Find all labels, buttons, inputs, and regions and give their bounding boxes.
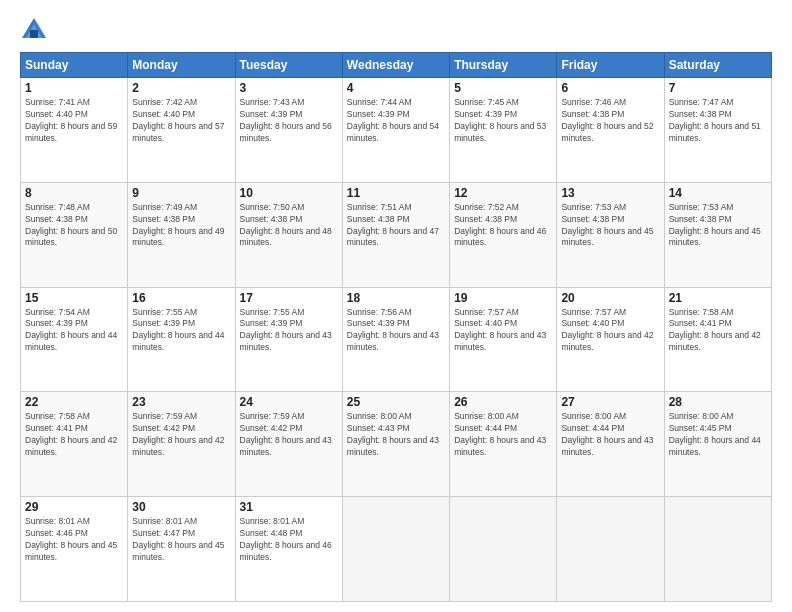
- day-info: Sunrise: 7:54 AMSunset: 4:39 PMDaylight:…: [25, 307, 123, 355]
- calendar-week-5: 29 Sunrise: 8:01 AMSunset: 4:46 PMDaylig…: [21, 497, 772, 602]
- day-number: 12: [454, 186, 552, 200]
- day-info: Sunrise: 8:00 AMSunset: 4:44 PMDaylight:…: [454, 411, 552, 459]
- day-number: 9: [132, 186, 230, 200]
- day-number: 20: [561, 291, 659, 305]
- calendar-cell: 25 Sunrise: 8:00 AMSunset: 4:43 PMDaylig…: [342, 392, 449, 497]
- calendar-cell: 16 Sunrise: 7:55 AMSunset: 4:39 PMDaylig…: [128, 287, 235, 392]
- day-info: Sunrise: 7:42 AMSunset: 4:40 PMDaylight:…: [132, 97, 230, 145]
- page: SundayMondayTuesdayWednesdayThursdayFrid…: [0, 0, 792, 612]
- calendar-cell: [557, 497, 664, 602]
- calendar-week-3: 15 Sunrise: 7:54 AMSunset: 4:39 PMDaylig…: [21, 287, 772, 392]
- day-number: 10: [240, 186, 338, 200]
- day-number: 7: [669, 81, 767, 95]
- weekday-header-sunday: Sunday: [21, 53, 128, 78]
- day-number: 3: [240, 81, 338, 95]
- day-number: 6: [561, 81, 659, 95]
- day-info: Sunrise: 8:00 AMSunset: 4:43 PMDaylight:…: [347, 411, 445, 459]
- day-info: Sunrise: 7:55 AMSunset: 4:39 PMDaylight:…: [240, 307, 338, 355]
- day-number: 2: [132, 81, 230, 95]
- day-info: Sunrise: 8:00 AMSunset: 4:44 PMDaylight:…: [561, 411, 659, 459]
- day-info: Sunrise: 7:49 AMSunset: 4:38 PMDaylight:…: [132, 202, 230, 250]
- calendar-cell: [450, 497, 557, 602]
- day-number: 24: [240, 395, 338, 409]
- day-info: Sunrise: 7:59 AMSunset: 4:42 PMDaylight:…: [132, 411, 230, 459]
- calendar-cell: 24 Sunrise: 7:59 AMSunset: 4:42 PMDaylig…: [235, 392, 342, 497]
- day-number: 21: [669, 291, 767, 305]
- day-info: Sunrise: 7:57 AMSunset: 4:40 PMDaylight:…: [454, 307, 552, 355]
- calendar-cell: 18 Sunrise: 7:56 AMSunset: 4:39 PMDaylig…: [342, 287, 449, 392]
- calendar-cell: 2 Sunrise: 7:42 AMSunset: 4:40 PMDayligh…: [128, 78, 235, 183]
- day-info: Sunrise: 7:50 AMSunset: 4:38 PMDaylight:…: [240, 202, 338, 250]
- day-info: Sunrise: 7:55 AMSunset: 4:39 PMDaylight:…: [132, 307, 230, 355]
- day-number: 11: [347, 186, 445, 200]
- calendar-week-1: 1 Sunrise: 7:41 AMSunset: 4:40 PMDayligh…: [21, 78, 772, 183]
- calendar-cell: 10 Sunrise: 7:50 AMSunset: 4:38 PMDaylig…: [235, 182, 342, 287]
- day-info: Sunrise: 7:53 AMSunset: 4:38 PMDaylight:…: [669, 202, 767, 250]
- calendar-week-4: 22 Sunrise: 7:58 AMSunset: 4:41 PMDaylig…: [21, 392, 772, 497]
- day-number: 1: [25, 81, 123, 95]
- day-info: Sunrise: 7:53 AMSunset: 4:38 PMDaylight:…: [561, 202, 659, 250]
- day-info: Sunrise: 7:41 AMSunset: 4:40 PMDaylight:…: [25, 97, 123, 145]
- day-info: Sunrise: 8:01 AMSunset: 4:48 PMDaylight:…: [240, 516, 338, 564]
- calendar-cell: 21 Sunrise: 7:58 AMSunset: 4:41 PMDaylig…: [664, 287, 771, 392]
- calendar-week-2: 8 Sunrise: 7:48 AMSunset: 4:38 PMDayligh…: [21, 182, 772, 287]
- calendar-cell: 26 Sunrise: 8:00 AMSunset: 4:44 PMDaylig…: [450, 392, 557, 497]
- day-number: 15: [25, 291, 123, 305]
- calendar-cell: 11 Sunrise: 7:51 AMSunset: 4:38 PMDaylig…: [342, 182, 449, 287]
- calendar-cell: 22 Sunrise: 7:58 AMSunset: 4:41 PMDaylig…: [21, 392, 128, 497]
- calendar-cell: 9 Sunrise: 7:49 AMSunset: 4:38 PMDayligh…: [128, 182, 235, 287]
- calendar-cell: 6 Sunrise: 7:46 AMSunset: 4:38 PMDayligh…: [557, 78, 664, 183]
- calendar-cell: 15 Sunrise: 7:54 AMSunset: 4:39 PMDaylig…: [21, 287, 128, 392]
- logo: [20, 16, 52, 44]
- day-info: Sunrise: 8:00 AMSunset: 4:45 PMDaylight:…: [669, 411, 767, 459]
- day-info: Sunrise: 7:57 AMSunset: 4:40 PMDaylight:…: [561, 307, 659, 355]
- day-info: Sunrise: 7:44 AMSunset: 4:39 PMDaylight:…: [347, 97, 445, 145]
- calendar-cell: 30 Sunrise: 8:01 AMSunset: 4:47 PMDaylig…: [128, 497, 235, 602]
- day-info: Sunrise: 7:52 AMSunset: 4:38 PMDaylight:…: [454, 202, 552, 250]
- calendar-cell: 7 Sunrise: 7:47 AMSunset: 4:38 PMDayligh…: [664, 78, 771, 183]
- header: [20, 16, 772, 44]
- day-number: 4: [347, 81, 445, 95]
- day-number: 25: [347, 395, 445, 409]
- day-info: Sunrise: 7:56 AMSunset: 4:39 PMDaylight:…: [347, 307, 445, 355]
- calendar-cell: 1 Sunrise: 7:41 AMSunset: 4:40 PMDayligh…: [21, 78, 128, 183]
- calendar-cell: 23 Sunrise: 7:59 AMSunset: 4:42 PMDaylig…: [128, 392, 235, 497]
- day-number: 8: [25, 186, 123, 200]
- day-info: Sunrise: 8:01 AMSunset: 4:46 PMDaylight:…: [25, 516, 123, 564]
- day-info: Sunrise: 7:47 AMSunset: 4:38 PMDaylight:…: [669, 97, 767, 145]
- weekday-header-monday: Monday: [128, 53, 235, 78]
- calendar-cell: 8 Sunrise: 7:48 AMSunset: 4:38 PMDayligh…: [21, 182, 128, 287]
- day-info: Sunrise: 7:48 AMSunset: 4:38 PMDaylight:…: [25, 202, 123, 250]
- weekday-header-saturday: Saturday: [664, 53, 771, 78]
- day-number: 14: [669, 186, 767, 200]
- logo-icon: [20, 16, 48, 44]
- day-info: Sunrise: 7:43 AMSunset: 4:39 PMDaylight:…: [240, 97, 338, 145]
- day-number: 23: [132, 395, 230, 409]
- svg-rect-2: [30, 30, 38, 38]
- weekday-header-thursday: Thursday: [450, 53, 557, 78]
- weekday-header-wednesday: Wednesday: [342, 53, 449, 78]
- calendar-cell: 28 Sunrise: 8:00 AMSunset: 4:45 PMDaylig…: [664, 392, 771, 497]
- day-info: Sunrise: 7:45 AMSunset: 4:39 PMDaylight:…: [454, 97, 552, 145]
- calendar-cell: 27 Sunrise: 8:00 AMSunset: 4:44 PMDaylig…: [557, 392, 664, 497]
- day-number: 22: [25, 395, 123, 409]
- day-number: 5: [454, 81, 552, 95]
- day-number: 28: [669, 395, 767, 409]
- calendar-cell: 4 Sunrise: 7:44 AMSunset: 4:39 PMDayligh…: [342, 78, 449, 183]
- day-number: 30: [132, 500, 230, 514]
- calendar-cell: 14 Sunrise: 7:53 AMSunset: 4:38 PMDaylig…: [664, 182, 771, 287]
- day-number: 17: [240, 291, 338, 305]
- calendar-cell: 31 Sunrise: 8:01 AMSunset: 4:48 PMDaylig…: [235, 497, 342, 602]
- weekday-header-tuesday: Tuesday: [235, 53, 342, 78]
- day-info: Sunrise: 7:51 AMSunset: 4:38 PMDaylight:…: [347, 202, 445, 250]
- day-number: 26: [454, 395, 552, 409]
- day-number: 16: [132, 291, 230, 305]
- calendar-cell: 5 Sunrise: 7:45 AMSunset: 4:39 PMDayligh…: [450, 78, 557, 183]
- weekday-header-row: SundayMondayTuesdayWednesdayThursdayFrid…: [21, 53, 772, 78]
- day-info: Sunrise: 7:46 AMSunset: 4:38 PMDaylight:…: [561, 97, 659, 145]
- day-info: Sunrise: 7:59 AMSunset: 4:42 PMDaylight:…: [240, 411, 338, 459]
- day-number: 31: [240, 500, 338, 514]
- calendar: SundayMondayTuesdayWednesdayThursdayFrid…: [20, 52, 772, 602]
- calendar-cell: 17 Sunrise: 7:55 AMSunset: 4:39 PMDaylig…: [235, 287, 342, 392]
- day-info: Sunrise: 8:01 AMSunset: 4:47 PMDaylight:…: [132, 516, 230, 564]
